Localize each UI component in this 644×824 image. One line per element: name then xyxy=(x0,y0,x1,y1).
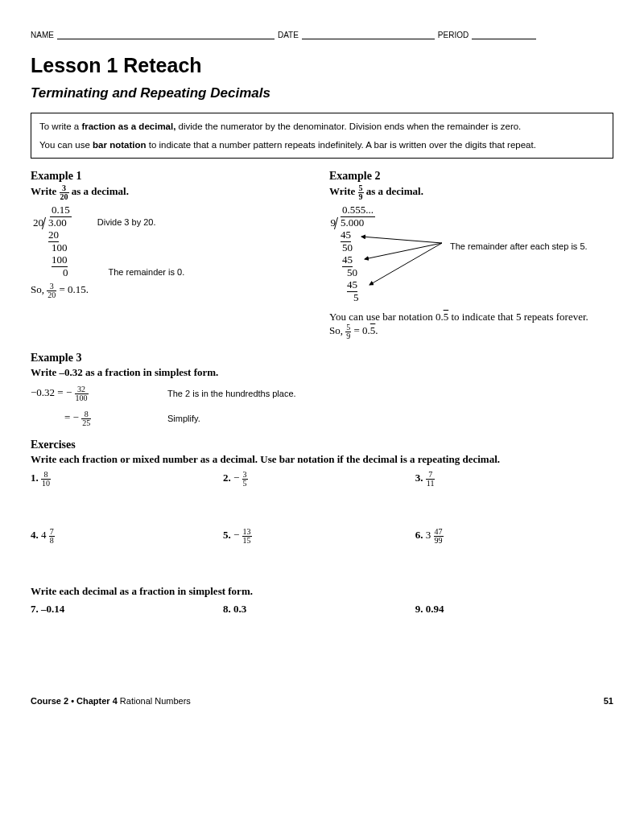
quotient: 0.555... xyxy=(341,204,375,217)
lesson-title: Lesson 1 Reteach xyxy=(31,54,613,77)
period-label: PERIOD xyxy=(438,31,469,39)
box-bold: bar notation xyxy=(93,140,146,150)
exercise-item: 1. 810 xyxy=(31,471,223,488)
exercises-title: Exercises xyxy=(31,439,613,451)
box-text: to indicate that a number pattern repeat… xyxy=(147,140,536,150)
name-blank xyxy=(57,31,275,39)
example-3-line-2: = − 825 Simplify. xyxy=(31,410,613,427)
exercises-prompt: Write each decimal as a fraction in simp… xyxy=(31,585,613,598)
svg-line-0 xyxy=(361,237,442,243)
date-blank xyxy=(302,31,435,39)
work-step: 45 xyxy=(341,229,351,242)
work-note: Divide 3 by 20. xyxy=(97,217,156,228)
footer-topic: Rational Numbers xyxy=(120,696,191,706)
work-note: The remainder after each step is 5. xyxy=(450,241,588,252)
work-step: 100 xyxy=(52,241,68,253)
exercise-item: 4. 4 78 xyxy=(31,528,223,545)
page-footer: Course 2 • Chapter 4 Rational Numbers 51 xyxy=(31,696,613,706)
example-prompt: Write 320 as a decimal. xyxy=(31,184,315,201)
exercise-grid: 1. 810 2. − 35 3. 711 4. 4 78 5. − 1315 … xyxy=(31,471,613,585)
lesson-subtitle: Terminating and Repeating Decimals xyxy=(31,85,613,101)
work-step: 45 xyxy=(342,254,353,267)
page-number: 51 xyxy=(604,696,613,706)
work-note: Simplify. xyxy=(167,414,200,423)
worksheet-header: NAME DATE PERIOD xyxy=(31,31,613,39)
svg-line-1 xyxy=(365,243,442,259)
example-prompt: Write 59 as a decimal. xyxy=(329,184,613,201)
bar-notation-line: You can use bar notation 0.5 to indicate… xyxy=(329,311,613,323)
exercise-item: 5. − 1315 xyxy=(223,528,415,545)
example-title: Example 3 xyxy=(31,352,613,365)
box-bold: fraction as a decimal, xyxy=(81,122,175,131)
exercise-item: 3. 711 xyxy=(415,471,608,488)
svg-line-2 xyxy=(369,243,442,285)
example-title: Example 1 xyxy=(31,170,315,183)
example-1: Example 1 Write 320 as a decimal. 0.15 2… xyxy=(31,170,315,340)
footer-chapter: Course 2 • Chapter 4 xyxy=(31,696,120,706)
work-step: 50 xyxy=(342,241,353,253)
quotient: 0.15 xyxy=(50,204,72,217)
exercises-prompt: Write each fraction or mixed number as a… xyxy=(31,453,613,466)
work-note: The remainder is 0. xyxy=(109,267,185,279)
example-title: Example 2 xyxy=(329,170,613,183)
long-division: 0.15 20 3.00 Divide 3 by 20. 20 100 100 … xyxy=(31,204,315,279)
exercise-grid: 7. –0.14 8. 0.3 9. 0.94 xyxy=(31,603,613,632)
period-blank xyxy=(472,31,536,39)
work-step: 20 xyxy=(48,229,59,242)
exercise-item: 8. 0.3 xyxy=(223,603,415,616)
exercise-item: 9. 0.94 xyxy=(415,603,608,616)
exercise-item: 2. − 35 xyxy=(223,471,415,488)
box-text: To write a xyxy=(39,122,81,131)
example-conclusion: So, 59 = 0.5. xyxy=(329,323,613,340)
example-conclusion: So, 320 = 0.15. xyxy=(31,282,315,299)
exercise-item: 7. –0.14 xyxy=(31,603,223,616)
exercise-item: 6. 3 4799 xyxy=(415,528,608,545)
work-step: 100 xyxy=(52,254,68,267)
dividend: 3.00 xyxy=(48,216,67,229)
box-text: divide the numerator by the denominator.… xyxy=(175,122,521,131)
work-step: 0 xyxy=(63,267,68,279)
example-2: Example 2 Write 59 as a decimal. 0.555..… xyxy=(329,170,613,340)
example-prompt: Write –0.32 as a fraction in simplest fo… xyxy=(31,366,613,379)
box-text: You can use xyxy=(39,140,93,150)
name-label: NAME xyxy=(31,31,54,39)
long-division: 0.555... 9 5.000 45 50 45 50 45 5 The re… xyxy=(329,204,613,304)
example-3-line-1: −0.32 = − 32100 The 2 is in the hundredt… xyxy=(31,385,613,402)
work-note: The 2 is in the hundredths place. xyxy=(167,389,296,398)
concept-box: To write a fraction as a decimal, divide… xyxy=(31,113,613,159)
arrow-diagram xyxy=(353,227,563,307)
date-label: DATE xyxy=(278,31,299,39)
